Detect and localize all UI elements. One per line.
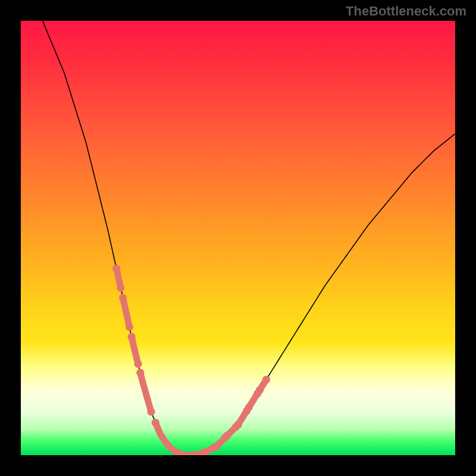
highlight-dot: [212, 443, 220, 450]
highlight-dot: [117, 284, 124, 292]
highlight-dot: [152, 419, 159, 427]
highlight-dash: [123, 298, 130, 327]
highlight-dot: [234, 421, 242, 428]
highlight-dot: [136, 369, 144, 377]
highlight-dashes: [112, 265, 270, 455]
highlight-dot: [119, 294, 127, 302]
highlight-dot: [262, 375, 270, 383]
curve-overlay: [21, 21, 455, 455]
highlight-dash: [131, 337, 138, 364]
highlight-dot: [128, 333, 136, 341]
highlight-dot: [223, 432, 231, 440]
highlight-dash: [155, 422, 195, 455]
highlight-dot: [245, 403, 253, 411]
watermark-text: TheBottleneck.com: [346, 4, 466, 19]
highlight-dot: [112, 265, 120, 273]
highlight-dash: [140, 372, 151, 412]
highlight-dot: [256, 386, 264, 394]
bottleneck-curve: [43, 21, 456, 455]
highlight-dot: [147, 408, 155, 415]
plot-area: [21, 21, 455, 455]
highlight-dot: [134, 360, 142, 368]
highlight-dot: [126, 323, 133, 331]
